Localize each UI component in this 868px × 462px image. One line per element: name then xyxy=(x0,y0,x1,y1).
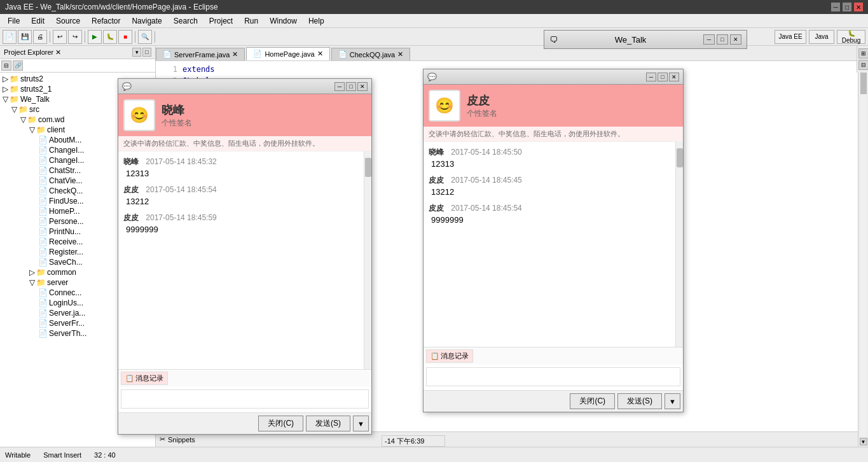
toolbar-sep2 xyxy=(85,31,85,43)
chat-send-btn-2[interactable]: 发送(S) xyxy=(617,393,662,409)
chat-input-field-1[interactable] xyxy=(121,389,369,409)
chat-input-field-2[interactable] xyxy=(426,367,680,386)
chat-controls-1: ─ □ ✕ xyxy=(334,82,368,91)
tab-serverframe[interactable]: 📄 ServerFrame.java ✕ xyxy=(156,48,245,60)
usersign-2: 个性签名 xyxy=(467,108,497,119)
file-icon: 📄 xyxy=(38,146,48,155)
tree-label: CheckQ... xyxy=(49,186,83,195)
perspective-javaee[interactable]: Java EE xyxy=(775,30,806,44)
chat-close-1[interactable]: ✕ xyxy=(357,82,368,91)
explorer-link-editor[interactable]: 🔗 xyxy=(13,60,23,71)
toolbar-search[interactable]: 🔍 xyxy=(138,30,152,44)
menu-navigate[interactable]: Navigate xyxy=(127,15,167,27)
wetalk-min[interactable]: ─ xyxy=(703,34,715,45)
toolbar-print[interactable]: 🖨 xyxy=(33,30,47,44)
msg-record-btn-2[interactable]: 📋 消息记录 xyxy=(426,349,473,363)
tab-homepage[interactable]: 📄 HomePage.java ✕ xyxy=(246,47,329,60)
msg-time: 2017-05-14 18:45:45 xyxy=(451,176,521,185)
toolbar-save[interactable]: 💾 xyxy=(18,30,32,44)
toolbar-new[interactable]: 📄 xyxy=(3,30,17,44)
close-button[interactable]: ✕ xyxy=(854,3,863,11)
tree-icon: ▽ xyxy=(20,115,26,124)
toolbar-debug[interactable]: 🐛 xyxy=(103,30,117,44)
toolbar-redo[interactable]: ↪ xyxy=(68,30,82,44)
username-1: 晓峰 xyxy=(162,102,192,118)
folder-icon: 📁 xyxy=(10,85,19,94)
chat-window-1: 💬 ─ □ ✕ 😊 晓峰 个性签名 交谈中请勿轻信汇款、中奖信息、陌生电话，勿使… xyxy=(118,78,372,435)
menu-source[interactable]: Source xyxy=(51,15,85,27)
msg-record-btn-1[interactable]: 📋 消息记录 xyxy=(121,372,168,385)
chat-input-row-2: 📋 消息记录 xyxy=(424,347,683,365)
tree-label: LoginUs... xyxy=(49,298,83,307)
bottom-time-text: -14 下午6:39 xyxy=(385,437,424,446)
perspective-btn-2[interactable]: ⊟ xyxy=(858,60,868,70)
wetalk-max[interactable]: □ xyxy=(717,34,728,45)
menu-help[interactable]: Help xyxy=(303,15,329,27)
maximize-button[interactable]: □ xyxy=(843,3,851,11)
file-icon: 📄 xyxy=(38,217,48,226)
menu-refactor[interactable]: Refactor xyxy=(86,15,125,27)
chat-messages-1[interactable]: 晓峰 2017-05-14 18:45:32 12313 皮皮 2017-05-… xyxy=(118,151,364,369)
wetalk-close[interactable]: ✕ xyxy=(730,34,741,45)
scroll-down[interactable]: ▼ xyxy=(860,438,867,445)
tab-icon: 📄 xyxy=(163,50,172,59)
menu-run[interactable]: Run xyxy=(239,15,263,27)
toolbar-sep1 xyxy=(50,31,50,43)
file-icon: 📄 xyxy=(38,227,48,236)
menu-project[interactable]: Project xyxy=(204,15,238,27)
explorer-controls: ▾ □ xyxy=(132,48,151,57)
file-icon: 📄 xyxy=(38,197,48,206)
chat-footer-2: 关闭(C) 发送(S) ▼ xyxy=(424,390,683,412)
explorer-expand[interactable]: □ xyxy=(142,48,151,57)
perspective-btn-1[interactable]: ⊞ xyxy=(858,48,868,59)
title-controls: ─ □ ✕ xyxy=(831,3,863,11)
tree-label: Server.ja... xyxy=(49,309,85,318)
menu-file[interactable]: File xyxy=(3,15,25,27)
tab-checkqq[interactable]: 📄 CheckQQ.java ✕ xyxy=(331,48,411,60)
chat-close-btn-1[interactable]: 关闭(C) xyxy=(258,416,303,431)
msg-entry: 晓峰 2017-05-14 18:45:50 12313 xyxy=(429,147,670,169)
tab-close[interactable]: ✕ xyxy=(317,50,323,58)
chat-messages-2[interactable]: 晓峰 2017-05-14 18:45:50 12313 皮皮 2017-05-… xyxy=(424,142,675,347)
toolbar-stop[interactable]: ■ xyxy=(118,30,132,44)
toolbar-run[interactable]: ▶ xyxy=(88,30,102,44)
chat-close-btn-2[interactable]: 关闭(C) xyxy=(570,393,615,409)
scroll-thumb[interactable] xyxy=(860,69,867,94)
wetalk-controls: ─ □ ✕ xyxy=(703,34,741,45)
menu-search[interactable]: Search xyxy=(169,15,203,27)
chat-min-2[interactable]: ─ xyxy=(646,73,656,81)
tab-close[interactable]: ✕ xyxy=(232,50,238,59)
scroll-track xyxy=(860,56,867,437)
menu-window[interactable]: Window xyxy=(265,15,302,27)
tree-label: server xyxy=(47,278,68,287)
tree-label: We_Talk xyxy=(20,95,50,104)
chat-send-arrow-1[interactable]: ▼ xyxy=(353,416,369,431)
toolbar-undo[interactable]: ↩ xyxy=(53,30,67,44)
perspective-java[interactable]: Java xyxy=(809,30,834,44)
chat-scroll-thumb-1[interactable] xyxy=(365,158,371,177)
chat-max-2[interactable]: □ xyxy=(658,73,668,81)
explorer-collapse[interactable]: ▾ xyxy=(132,48,141,57)
file-icon: 📄 xyxy=(38,186,48,195)
chat-send-btn-1[interactable]: 发送(S) xyxy=(306,416,350,431)
minimize-button[interactable]: ─ xyxy=(831,3,840,11)
menu-edit[interactable]: Edit xyxy=(26,15,50,27)
chat-min-1[interactable]: ─ xyxy=(334,82,345,91)
perspective-debug[interactable]: 🐛 Debug xyxy=(837,30,865,44)
explorer-collapse-all[interactable]: ⊟ xyxy=(1,60,11,71)
tree-label: ServerFr... xyxy=(49,319,85,328)
msg-sender: 晓峰 xyxy=(123,157,139,166)
chat-messages-area-1: 晓峰 2017-05-14 18:45:32 12313 皮皮 2017-05-… xyxy=(118,151,371,369)
chat-max-1[interactable]: □ xyxy=(346,82,356,91)
chat-close-2[interactable]: ✕ xyxy=(669,73,679,81)
chat-messages-area-2: 晓峰 2017-05-14 18:45:50 12313 皮皮 2017-05-… xyxy=(424,142,683,347)
tab-close[interactable]: ✕ xyxy=(397,50,403,59)
msg-sender: 皮皮 xyxy=(123,213,139,222)
file-icon: 📄 xyxy=(38,288,48,297)
chat-scrollbar-2[interactable] xyxy=(675,142,683,347)
tree-label: AboutM... xyxy=(49,136,81,144)
chat-textinput-2 xyxy=(424,365,683,390)
chat-scroll-thumb-2[interactable] xyxy=(677,148,683,167)
chat-scrollbar-1[interactable] xyxy=(364,151,371,369)
chat-send-arrow-2[interactable]: ▼ xyxy=(665,393,680,409)
